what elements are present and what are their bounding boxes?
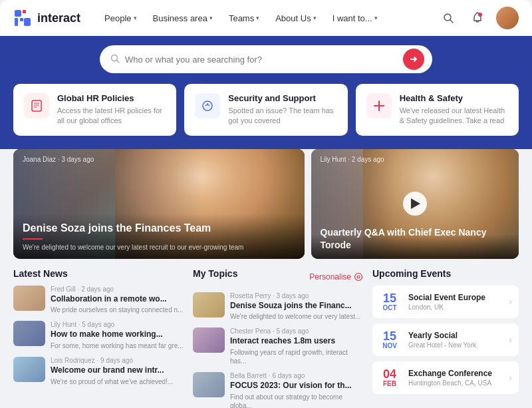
event-name: Yearly Social <box>408 331 509 340</box>
news-meta: Rosetta Perry · 3 days ago <box>230 292 360 300</box>
featured-main-desc: We're delighted to welcome our very late… <box>23 244 295 251</box>
upcoming-events-title: Upcoming Events <box>372 268 519 279</box>
event-item-yearly-social[interactable]: 15 NOV Yearly Social Great Hotel - New Y… <box>372 323 519 356</box>
health-safety-desc: We've released our latest Health & Safet… <box>400 106 508 126</box>
event-location: Huntington Beach, CA, USA <box>408 379 509 387</box>
settings-icon <box>354 272 363 282</box>
news-thumbnail <box>193 292 225 317</box>
event-month: OCT <box>379 304 400 311</box>
event-name: Exchange Conference <box>408 369 509 378</box>
list-item[interactable]: Rosetta Perry · 3 days ago Denise Souza … <box>193 292 363 321</box>
news-title: Collaboration in a remote wo... <box>51 294 183 305</box>
health-safety-icon <box>366 93 392 118</box>
news-description: Find out about our strategy to become gl… <box>230 393 363 408</box>
chevron-down-icon: ▾ <box>209 15 213 21</box>
news-description: Following years of rapid growth, interac… <box>230 348 363 365</box>
upcoming-events-column: Upcoming Events 15 OCT Social Event Euro… <box>372 268 519 408</box>
svg-line-9 <box>117 60 120 63</box>
news-thumbnail <box>13 357 45 382</box>
topics-header: My Topics Personalise <box>193 268 363 286</box>
svg-point-14 <box>203 101 212 110</box>
search-button[interactable] <box>438 7 459 29</box>
nav-teams[interactable]: Teams ▾ <box>222 9 266 27</box>
quick-links: Global HR Policies Access the latest HR … <box>13 84 519 136</box>
nav-about-us[interactable]: About Us ▾ <box>269 9 323 27</box>
featured-side-title: Quarterly Q&A with Chief Exec Nancy Toro… <box>321 226 510 250</box>
svg-rect-0 <box>15 10 21 17</box>
list-item[interactable]: Lois Rodriquez · 9 days ago Welcome our … <box>13 357 184 386</box>
quick-link-health-safety[interactable]: Health & Safety We've released our lates… <box>356 84 519 136</box>
featured-side-overlay: Quarterly Q&A with Chief Exec Nancy Toro… <box>311 218 519 258</box>
svg-line-6 <box>450 20 453 23</box>
news-title: Denise Souza joins the Financ... <box>230 301 360 311</box>
news-description: We pride ourselves on staying connected … <box>51 306 183 314</box>
list-item[interactable]: Lily Hunt · 5 days ago How to make home … <box>13 321 184 350</box>
notifications-button[interactable] <box>467 7 488 29</box>
event-location: London, UK <box>408 304 509 311</box>
event-day: 04 <box>379 368 400 380</box>
event-day: 15 <box>379 292 400 304</box>
featured-main-line <box>23 238 43 240</box>
personalise-button[interactable]: Personalise <box>309 272 363 282</box>
play-icon <box>411 198 420 209</box>
app-name: interact <box>37 11 80 25</box>
chevron-right-icon: › <box>509 334 512 345</box>
nav-business-area[interactable]: Business area ▾ <box>146 9 219 27</box>
event-month: NOV <box>379 342 400 349</box>
health-safety-title: Health & Safety <box>400 93 508 103</box>
news-meta: Fred Gill · 2 days ago <box>51 286 183 293</box>
featured-main-overlay: Denise Soza joins the Finances Team We'r… <box>13 214 305 259</box>
event-name: Social Event Europe <box>408 293 509 302</box>
news-thumbnail <box>13 321 45 346</box>
news-meta: Bella Barrett · 6 days ago <box>230 372 363 379</box>
hr-policies-icon <box>24 93 49 118</box>
quick-link-security[interactable]: Security and Support Spotted an issue? T… <box>184 84 347 136</box>
event-date: 15 OCT <box>379 292 400 311</box>
quick-link-hr-policies[interactable]: Global HR Policies Access the latest HR … <box>13 84 176 136</box>
search-submit-button[interactable] <box>403 49 424 70</box>
event-month: FEB <box>379 380 400 387</box>
search-input[interactable] <box>125 55 403 65</box>
chevron-down-icon: ▾ <box>256 15 259 21</box>
news-description: We're so proud of what we've achieved!..… <box>51 377 173 386</box>
news-title: Welcome our brand new intr... <box>51 365 173 376</box>
nav-people[interactable]: People ▾ <box>98 9 143 27</box>
security-icon <box>195 93 220 118</box>
featured-main-article[interactable]: Joana Diaz · 3 days ago Denise Soza join… <box>13 149 305 259</box>
featured-main-meta: Joana Diaz · 3 days ago <box>23 156 94 163</box>
svg-point-17 <box>355 273 362 280</box>
hr-policies-title: Global HR Policies <box>57 93 166 103</box>
event-day: 15 <box>379 330 400 342</box>
video-play-button[interactable] <box>403 192 427 216</box>
my-topics-title: My Topics <box>193 268 237 279</box>
news-meta: Lily Hunt · 5 days ago <box>51 321 184 328</box>
list-item[interactable]: Fred Gill · 2 days ago Collaboration in … <box>13 286 184 315</box>
bottom-section: Latest News Fred Gill · 2 days ago Colla… <box>0 268 532 408</box>
news-meta: Lois Rodriquez · 9 days ago <box>51 357 173 364</box>
logo-icon <box>13 9 32 27</box>
user-avatar[interactable] <box>496 7 519 29</box>
chevron-right-icon: › <box>509 372 512 383</box>
event-date: 04 FEB <box>379 368 400 387</box>
search-bar-icon <box>110 54 120 65</box>
security-title: Security and Support <box>228 93 336 103</box>
news-description: For some, home working has meant far gre… <box>51 341 184 350</box>
featured-side-article[interactable]: Lily Hunt · 2 days ago Quarterly Q&A wit… <box>311 149 519 259</box>
bell-icon <box>472 12 483 24</box>
svg-rect-1 <box>23 10 26 13</box>
svg-rect-3 <box>20 18 23 21</box>
event-item-exchange-conference[interactable]: 04 FEB Exchange Conference Huntington Be… <box>372 361 519 394</box>
header: interact People ▾ Business area ▾ Teams … <box>0 0 532 36</box>
svg-point-16 <box>357 276 360 278</box>
nav-i-want-to[interactable]: I want to... ▾ <box>326 9 384 27</box>
chevron-down-icon: ▾ <box>134 15 137 21</box>
event-location: Great Hotel - New York <box>408 341 509 349</box>
latest-news-title: Latest News <box>13 268 184 279</box>
svg-rect-2 <box>15 18 18 26</box>
news-thumbnail <box>193 372 225 397</box>
event-item-social-europe[interactable]: 15 OCT Social Event Europe London, UK › <box>372 286 519 318</box>
list-item[interactable]: Chester Pena · 5 days ago Interact reach… <box>193 327 363 365</box>
list-item[interactable]: Bella Barrett · 6 days ago FOCUS 2023: O… <box>193 372 363 408</box>
header-actions <box>438 7 519 29</box>
logo-area[interactable]: interact <box>13 9 80 27</box>
